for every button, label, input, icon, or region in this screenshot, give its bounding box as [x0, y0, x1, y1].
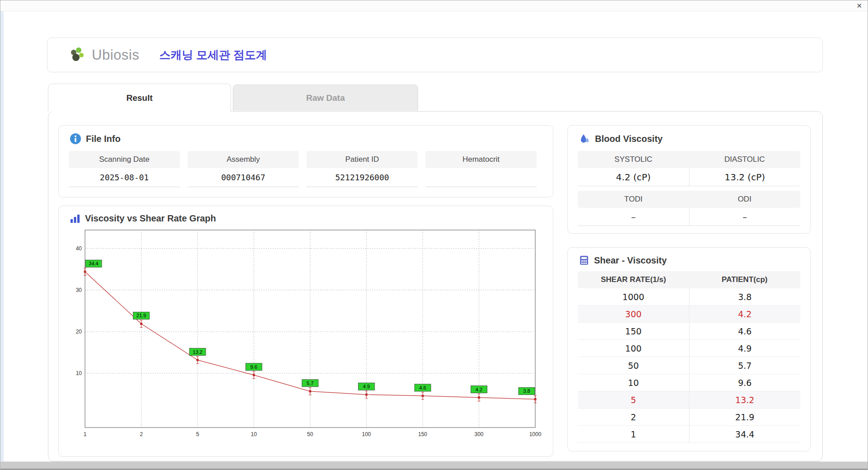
result-panel: File Info Scanning Date 2025-08-01 Assem… [48, 111, 823, 461]
diastolic-header: DIASTOLIC [689, 155, 800, 164]
shear-viscosity-title: Shear - Viscosity [594, 255, 667, 266]
svg-text:10: 10 [76, 370, 82, 376]
app-header: Ubiosis 스캐닝 모세관 점도계 [47, 38, 823, 72]
blood-viscosity-card: Blood Viscosity SYSTOLIC DIASTOLIC 4.2 (… [567, 125, 811, 234]
table-row: 2 21.9 [578, 409, 800, 426]
patient-column-header: PATIENT(cp) [689, 275, 800, 284]
svg-text:21.9: 21.9 [137, 313, 146, 318]
svg-text:20: 20 [76, 329, 82, 335]
shear-viscosity-table: SHEAR RATE(1/s) PATIENT(cp) 1000 3.8 300… [568, 266, 810, 443]
svg-text:3.8: 3.8 [523, 388, 530, 394]
table-row: 100 4.9 [578, 340, 800, 357]
table-row: 300 4.2 [578, 306, 800, 323]
patient-viscosity-value: 34.4 [689, 426, 800, 442]
logo-text: Ubiosis [92, 47, 139, 63]
patient-viscosity-value: 21.9 [689, 409, 800, 425]
shear-rate-value: 300 [578, 306, 689, 322]
svg-text:4.2: 4.2 [476, 387, 482, 392]
field-label: Hematocrit [425, 151, 537, 168]
odi-header: ODI [689, 195, 800, 204]
svg-text:1000: 1000 [529, 431, 542, 437]
field-label: Scanning Date [69, 151, 180, 168]
svg-text:1: 1 [84, 431, 87, 437]
table-row: 10 9.6 [578, 374, 800, 391]
blood-viscosity-value-row: 4.2 (cP) 13.2 (cP) [578, 168, 800, 186]
close-icon[interactable]: ✕ [856, 2, 862, 10]
svg-text:5.7: 5.7 [307, 381, 313, 386]
table-row: 50 5.7 [578, 357, 800, 374]
field-patient-id: Patient ID 52121926000 [307, 151, 418, 187]
shear-rate-value: 10 [578, 374, 689, 391]
svg-text:5: 5 [196, 431, 199, 437]
tab-result[interactable]: Result [48, 84, 231, 112]
todi-odi-header-row: TODI ODI [578, 191, 800, 208]
table-row: 150 4.6 [578, 323, 800, 340]
shear-rate-value: 1 [578, 426, 689, 442]
todi-value: – [578, 212, 689, 222]
systolic-header: SYSTOLIC [578, 155, 689, 164]
viscosity-chart: 102030401251050100150300100034.421.913.2… [68, 227, 542, 440]
table-row: 1000 3.8 [578, 288, 800, 306]
tab-raw-data-label: Raw Data [306, 93, 345, 103]
shear-viscosity-header-row: SHEAR RATE(1/s) PATIENT(cp) [578, 271, 800, 288]
patient-viscosity-value: 9.6 [689, 374, 800, 391]
shear-rate-value: 1000 [578, 288, 689, 305]
svg-text:50: 50 [307, 431, 313, 437]
svg-text:300: 300 [474, 431, 483, 437]
table-row: 1 34.4 [578, 426, 800, 443]
chart-area: 102030401251050100150300100034.421.913.2… [59, 224, 553, 442]
window-bottom-edge [0, 461, 868, 470]
svg-text:9.6: 9.6 [250, 364, 257, 370]
field-value: 2025-08-01 [69, 168, 180, 187]
field-scanning-date: Scanning Date 2025-08-01 [69, 151, 180, 187]
tab-raw-data[interactable]: Raw Data [233, 85, 418, 111]
blood-viscosity-table: SYSTOLIC DIASTOLIC 4.2 (cP) 13.2 (cP) TO… [568, 145, 810, 226]
table-row: 5 13.2 [578, 391, 800, 409]
calculator-icon [579, 255, 590, 266]
svg-text:13.2: 13.2 [193, 349, 202, 355]
patient-viscosity-value: 3.8 [689, 288, 800, 305]
field-value: 52121926000 [307, 168, 418, 187]
bar-chart-icon [70, 214, 80, 224]
svg-text:4.6: 4.6 [419, 385, 426, 390]
ubiosis-logo-icon [69, 47, 88, 63]
field-assembly: Assembly 000710467 [188, 151, 299, 187]
tab-result-label: Result [126, 93, 152, 103]
patient-viscosity-value: 5.7 [689, 357, 800, 374]
todi-odi-value-row: – – [578, 208, 800, 226]
svg-text:4.9: 4.9 [363, 384, 370, 389]
shear-rate-value: 5 [578, 391, 689, 408]
svg-text:2: 2 [140, 431, 143, 437]
window-titlebar: ✕ [0, 0, 868, 11]
svg-text:150: 150 [418, 431, 427, 437]
svg-text:10: 10 [251, 431, 257, 437]
svg-text:40: 40 [76, 245, 82, 252]
file-info-card: File Info Scanning Date 2025-08-01 Assem… [58, 125, 553, 197]
svg-text:30: 30 [76, 287, 82, 293]
todi-header: TODI [578, 195, 689, 204]
window-left-edge [0, 11, 4, 461]
field-label: Assembly [188, 151, 299, 168]
blood-viscosity-title: Blood Viscosity [595, 134, 663, 144]
shear-viscosity-card: Shear - Viscosity SHEAR RATE(1/s) PATIEN… [567, 247, 811, 451]
blood-viscosity-header-row: SYSTOLIC DIASTOLIC [578, 151, 800, 168]
shear-rate-value: 50 [578, 357, 689, 374]
viscosity-graph-card: Viscosity vs Shear Rate Graph 1020304012… [58, 206, 553, 457]
file-info-fields: Scanning Date 2025-08-01 Assembly 000710… [59, 145, 553, 187]
shear-rate-value: 2 [578, 409, 689, 425]
field-value [425, 168, 537, 187]
patient-viscosity-value: 4.2 [689, 306, 800, 322]
ubiosis-logo: Ubiosis [69, 47, 139, 63]
field-hematocrit: Hematocrit [425, 151, 537, 187]
shear-rate-value: 150 [578, 323, 689, 339]
file-info-title: File Info [86, 134, 121, 144]
patient-viscosity-value: 4.9 [689, 340, 800, 357]
odi-value: – [689, 208, 800, 226]
graph-title: Viscosity vs Shear Rate Graph [85, 213, 216, 224]
diastolic-value: 13.2 (cP) [689, 168, 800, 186]
svg-text:34.4: 34.4 [89, 261, 98, 266]
field-value: 000710467 [188, 168, 299, 187]
shear-rate-value: 100 [578, 340, 689, 357]
shear-rate-column-header: SHEAR RATE(1/s) [578, 275, 689, 284]
systolic-value: 4.2 (cP) [578, 172, 689, 183]
